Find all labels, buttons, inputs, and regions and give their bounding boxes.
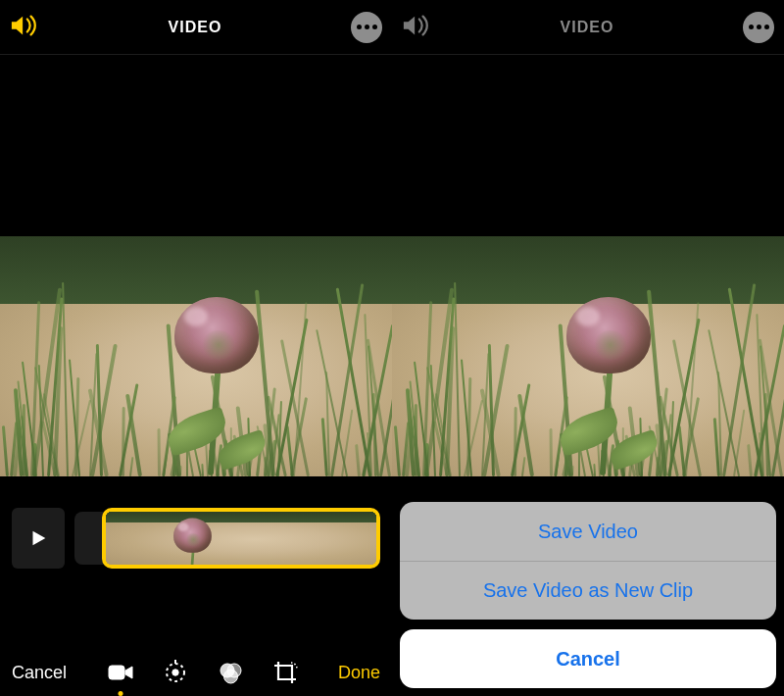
crop-button[interactable]	[271, 659, 299, 686]
done-button[interactable]: Done	[338, 663, 380, 683]
video-preview	[392, 236, 784, 476]
video-preview[interactable]	[0, 236, 392, 476]
active-indicator-dot	[118, 691, 122, 696]
play-button[interactable]	[12, 508, 65, 569]
more-button[interactable]	[743, 12, 774, 43]
svg-rect-0	[109, 666, 124, 679]
ellipsis-icon	[357, 25, 377, 29]
pane-actionsheet: VIDEO	[392, 0, 784, 696]
save-as-new-clip-button[interactable]: Save Video as New Clip	[400, 561, 776, 620]
action-sheet: Save Video Save Video as New Clip Cancel	[400, 502, 776, 688]
topbar-left: VIDEO	[0, 0, 392, 55]
filters-button[interactable]	[217, 659, 244, 686]
trim-scrubber[interactable]: ❨ ❩	[74, 508, 380, 569]
adjust-button[interactable]	[162, 659, 189, 686]
action-sheet-group: Save Video Save Video as New Clip	[400, 502, 776, 620]
ellipsis-icon	[749, 25, 769, 29]
video-mode-button[interactable]	[107, 659, 134, 686]
more-button[interactable]	[351, 12, 382, 43]
toolbar-icons	[107, 659, 299, 686]
trim-selection[interactable]: ❨ ❩	[102, 508, 380, 569]
video-area	[392, 55, 784, 476]
timeline-row: ❨ ❩	[0, 476, 392, 578]
edit-toolbar: Cancel Done	[0, 659, 392, 686]
save-video-button[interactable]: Save Video	[400, 502, 776, 561]
title-label: VIDEO	[39, 19, 351, 36]
topbar-right: VIDEO	[392, 0, 784, 55]
svg-point-2	[172, 670, 177, 675]
sound-icon[interactable]	[10, 14, 39, 41]
sound-icon	[402, 14, 431, 41]
comparison-wrapper: VIDEO	[0, 0, 784, 696]
video-area	[0, 55, 392, 476]
svg-point-6	[223, 670, 237, 683]
sheet-bottom: Save Video Save Video as New Clip Cancel	[392, 476, 784, 696]
title-label: VIDEO	[431, 19, 743, 36]
editor-bottom: ❨ ❩ Cancel	[0, 476, 392, 696]
sheet-cancel-button[interactable]: Cancel	[400, 629, 776, 688]
scrubber-thumbnails	[122, 512, 361, 565]
pane-editing: VIDEO	[0, 0, 392, 696]
cancel-button[interactable]: Cancel	[12, 663, 67, 683]
